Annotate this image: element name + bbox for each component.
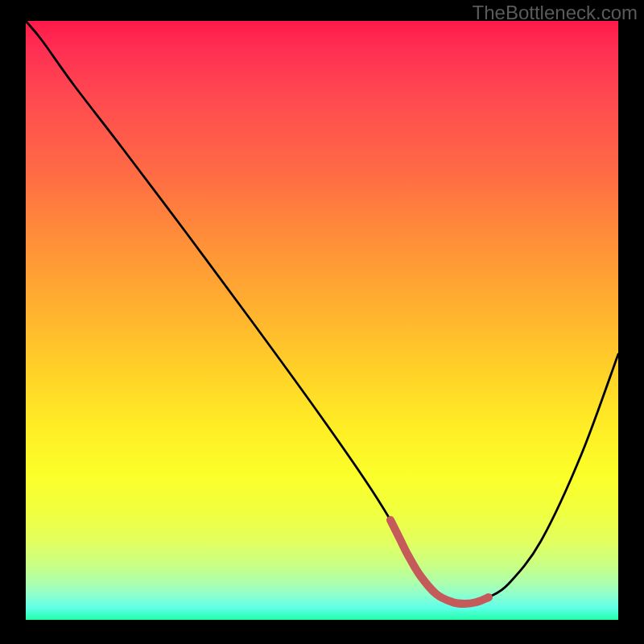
watermark-text: TheBottleneck.com [473, 2, 638, 24]
plot-area [26, 21, 618, 620]
chart-container: TheBottleneck.com [0, 0, 644, 644]
trough-highlight [390, 520, 489, 604]
highlight-layer [26, 21, 618, 620]
